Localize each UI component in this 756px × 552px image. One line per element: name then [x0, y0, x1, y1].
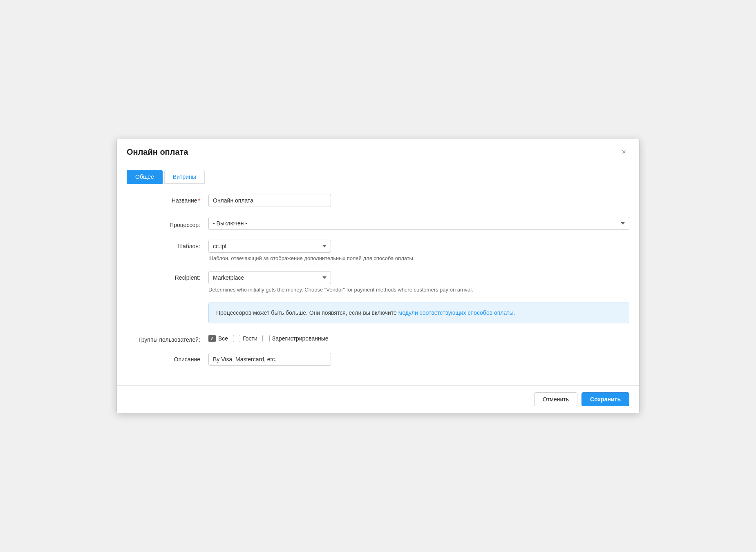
checkbox-group: Все Гости Зарегистрированные — [208, 333, 601, 342]
processor-select[interactable]: - Выключен - — [208, 217, 629, 230]
description-row: Описание — [127, 353, 629, 366]
recipient-select[interactable]: Marketplace — [208, 271, 331, 284]
recipient-hint: Determines who initially gets the money.… — [208, 287, 601, 293]
template-field: cc.tpl Шаблон, отвечающий за отображение… — [208, 240, 601, 261]
checkbox-guests-label: Гости — [243, 335, 257, 342]
recipient-field: Marketplace Determines who initially get… — [208, 271, 601, 293]
processor-row: Процессор: - Выключен - — [127, 217, 629, 230]
modal-header: Онлайн оплата × — [117, 139, 639, 163]
recipient-label: Recipient: — [127, 271, 208, 281]
close-button[interactable]: × — [618, 147, 629, 157]
template-select[interactable]: cc.tpl — [208, 240, 331, 253]
template-label: Шаблон: — [127, 240, 208, 249]
checkbox-guests: Гости — [233, 335, 257, 342]
form-body: Название* Процессор: - Выключен - — [117, 184, 639, 385]
description-input[interactable] — [208, 353, 331, 366]
user-groups-field: Все Гости Зарегистрированные — [208, 333, 601, 342]
processor-field: - Выключен - — [208, 217, 629, 230]
modal-title: Онлайн оплата — [127, 147, 188, 157]
checkbox-all: Все — [208, 335, 228, 342]
modal-body: Общее Витрины Название* Процессор: — [117, 163, 639, 385]
checkbox-registered-input[interactable] — [262, 335, 270, 342]
user-groups-label: Группы пользователей: — [127, 333, 208, 343]
description-field — [208, 353, 601, 366]
checkbox-all-label: Все — [218, 335, 228, 342]
save-button[interactable]: Сохранить — [582, 392, 629, 406]
name-row: Название* — [127, 194, 629, 207]
checkbox-registered: Зарегистрированные — [262, 335, 329, 342]
payment-modules-link[interactable]: модули соответствующих способов оплаты. — [398, 309, 515, 316]
name-input[interactable] — [208, 194, 331, 207]
tabs-bar: Общее Витрины — [117, 163, 639, 184]
checkbox-guests-input[interactable] — [233, 335, 240, 342]
required-star: * — [198, 197, 200, 204]
user-groups-row: Группы пользователей: Все Гости — [127, 333, 629, 343]
checkbox-all-input[interactable] — [208, 335, 216, 342]
name-field — [208, 194, 601, 207]
recipient-row: Recipient: Marketplace Determines who in… — [127, 271, 629, 293]
cancel-button[interactable]: Отменить — [534, 392, 577, 406]
tab-general[interactable]: Общее — [127, 170, 163, 184]
processor-label: Процессор: — [127, 218, 208, 228]
tab-storefronts[interactable]: Витрины — [164, 170, 205, 184]
description-label: Описание — [127, 353, 208, 363]
modal-footer: Отменить Сохранить — [117, 385, 639, 413]
info-box: Процессоров может быть больше. Они появя… — [208, 303, 629, 323]
template-row: Шаблон: cc.tpl Шаблон, отвечающий за ото… — [127, 240, 629, 261]
template-hint: Шаблон, отвечающий за отображение дополн… — [208, 255, 601, 261]
checkbox-registered-label: Зарегистрированные — [272, 335, 329, 342]
name-label: Название* — [127, 194, 208, 204]
